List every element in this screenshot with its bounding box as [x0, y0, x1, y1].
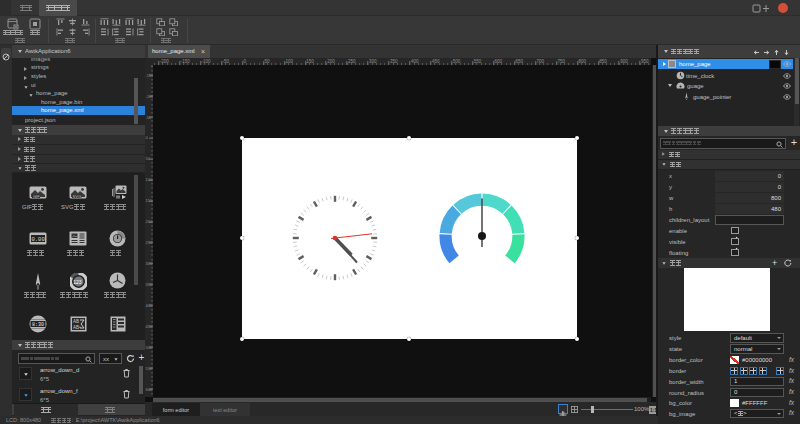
svg-text:AB: AB	[73, 325, 79, 330]
svg-text:8:30: 8:30	[32, 322, 44, 328]
svg-text:AB: AB	[73, 319, 79, 324]
svg-text:0.00: 0.00	[32, 236, 45, 243]
svg-text:123: 123	[73, 279, 82, 285]
svg-text:GIF: GIF	[33, 194, 40, 199]
svg-text:SVG: SVG	[73, 194, 81, 199]
